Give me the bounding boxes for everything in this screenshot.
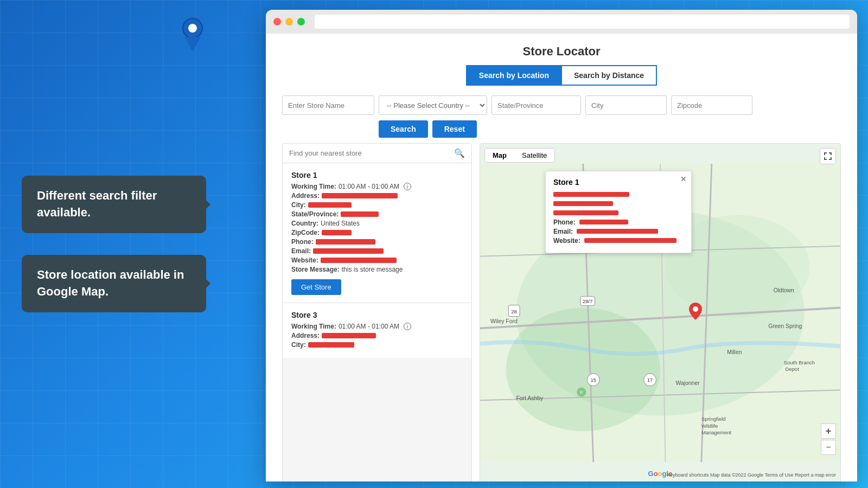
tab-search-by-distance[interactable]: Search by Distance <box>561 65 657 86</box>
browser-dot-expand[interactable] <box>297 18 305 25</box>
store-list-scroll[interactable]: Store 1 Working Time: 01:00 AM - 01:00 A… <box>283 163 471 481</box>
store-1-phone: Phone: <box>291 238 463 246</box>
store-1-city-value <box>308 202 352 208</box>
browser-content: Store Locator Search by Location Search … <box>266 34 857 481</box>
svg-text:Wiley Ford: Wiley Ford <box>490 318 518 324</box>
map-zoom-in-button[interactable]: + <box>821 423 836 439</box>
svg-text:Fort Ashby: Fort Ashby <box>516 395 544 401</box>
svg-point-34 <box>693 306 698 312</box>
left-content: Different search filter available. Store… <box>22 0 266 488</box>
store-3-city-value <box>308 342 354 348</box>
store-3-city: City: <box>291 341 463 349</box>
search-actions: Search Reset <box>362 120 857 138</box>
store-1-email-value <box>313 248 384 254</box>
svg-marker-2 <box>184 37 201 52</box>
search-filters: -- Please Select Country -- <box>266 95 857 115</box>
svg-text:Oldtown: Oldtown <box>774 287 794 293</box>
store-1-city: City: <box>291 201 463 209</box>
store-1-state: State/Province: <box>291 210 463 218</box>
store-search-bar: 🔍 <box>283 144 471 163</box>
svg-text:P: P <box>580 390 583 395</box>
map-popup-email: Email: <box>553 228 684 235</box>
store-3-address-value <box>322 333 376 338</box>
store-1-working-time: Working Time: 01:00 AM - 01:00 AM i <box>291 183 463 190</box>
store-name-input[interactable] <box>282 95 374 115</box>
map-marker <box>689 303 702 322</box>
browser-titlebar <box>266 10 857 34</box>
store-3-working-time: Working Time: 01:00 AM - 01:00 AM i <box>291 323 463 330</box>
svg-text:South Branch: South Branch <box>784 359 815 365</box>
svg-text:Green Spring: Green Spring <box>768 323 802 329</box>
tab-search-by-location[interactable]: Search by Location <box>466 65 561 86</box>
svg-text:Springfield: Springfield <box>701 416 726 422</box>
map-tab-map[interactable]: Map <box>485 149 514 162</box>
map-zoom-controls: + − <box>821 423 836 455</box>
store-1-email: Email: <box>291 247 463 255</box>
browser-address-bar[interactable] <box>315 15 850 29</box>
svg-text:28/7: 28/7 <box>583 298 592 304</box>
store-list-panel: 🔍 Store 1 Working Time: 01:00 AM - 01:00… <box>282 143 472 481</box>
city-input[interactable] <box>585 95 667 115</box>
store-location-search-input[interactable] <box>289 149 454 157</box>
working-time-info-icon[interactable]: i <box>404 183 411 190</box>
map-popup-line2 <box>553 200 684 208</box>
store-1-website-value <box>321 258 397 263</box>
svg-text:Management: Management <box>701 429 732 435</box>
map-popup-website: Website: <box>553 237 684 245</box>
store-1-message: Store Message: this is store message <box>291 266 463 273</box>
store-search-icon-button[interactable]: 🔍 <box>454 148 465 158</box>
store-1-country: Country: United States <box>291 220 463 227</box>
svg-text:17: 17 <box>647 377 653 383</box>
store-3-name: Store 3 <box>291 311 463 319</box>
store-3-working-time-info-icon[interactable]: i <box>404 323 411 330</box>
map-popup-line3 <box>553 209 684 217</box>
svg-text:28: 28 <box>511 309 517 314</box>
tab-bar: Search by Location Search by Distance <box>266 65 857 86</box>
browser-window: Store Locator Search by Location Search … <box>266 10 857 481</box>
svg-text:Wajonner: Wajonner <box>675 380 700 386</box>
browser-dot-minimize[interactable] <box>285 18 293 25</box>
store-1-zip-value <box>322 230 352 235</box>
get-store-button-1[interactable]: Get Store <box>291 279 341 295</box>
tooltip-search-filter: Different search filter available. <box>22 176 206 233</box>
map-zoom-out-button[interactable]: − <box>821 440 836 455</box>
map-popup-close-button[interactable]: ✕ <box>680 175 687 183</box>
map-tab-satellite[interactable]: Satellite <box>514 149 554 162</box>
tooltip-map-location: Store location available in Google Map. <box>22 255 206 312</box>
map-panel: 28 28/7 Wiley Ford Oldtown Green Spring … <box>480 143 841 481</box>
svg-text:15: 15 <box>590 377 596 383</box>
svg-text:Depot: Depot <box>786 366 800 372</box>
store-1-address-value <box>322 193 398 198</box>
browser-dot-close[interactable] <box>273 18 281 25</box>
zipcode-input[interactable] <box>671 95 752 115</box>
store-1-name: Store 1 <box>291 171 463 179</box>
map-type-tabs: Map Satellite <box>484 148 555 163</box>
store-1-zip: ZipCode: <box>291 229 463 236</box>
svg-text:Wildlife: Wildlife <box>701 423 718 429</box>
page-title: Store Locator <box>266 34 857 65</box>
store-3-address: Address: <box>291 332 463 339</box>
reset-button[interactable]: Reset <box>432 120 477 138</box>
store-1-address: Address: <box>291 192 463 200</box>
store-1-state-value <box>341 211 379 217</box>
map-pin-decoration <box>179 16 206 56</box>
state-input[interactable] <box>492 95 581 115</box>
map-footer-text: Keyboard shortcuts Map data ©2022 Google… <box>667 472 836 478</box>
svg-text:Millen: Millen <box>727 349 742 355</box>
main-content: 🔍 Store 1 Working Time: 01:00 AM - 01:00… <box>266 143 857 481</box>
map-popup-store1: ✕ Store 1 Phone: <box>545 171 692 253</box>
store-item-3: Store 3 Working Time: 01:00 AM - 01:00 A… <box>283 303 471 358</box>
country-select[interactable]: -- Please Select Country -- <box>379 95 487 115</box>
store-1-website: Website: <box>291 256 463 264</box>
map-popup-phone: Phone: <box>553 219 684 226</box>
store-item-1: Store 1 Working Time: 01:00 AM - 01:00 A… <box>283 163 471 303</box>
search-button[interactable]: Search <box>379 120 428 138</box>
map-popup-title: Store 1 <box>553 178 684 187</box>
store-1-phone-value <box>316 239 375 245</box>
svg-point-1 <box>188 24 197 33</box>
map-expand-button[interactable] <box>820 148 836 164</box>
map-popup-line1 <box>553 191 684 198</box>
